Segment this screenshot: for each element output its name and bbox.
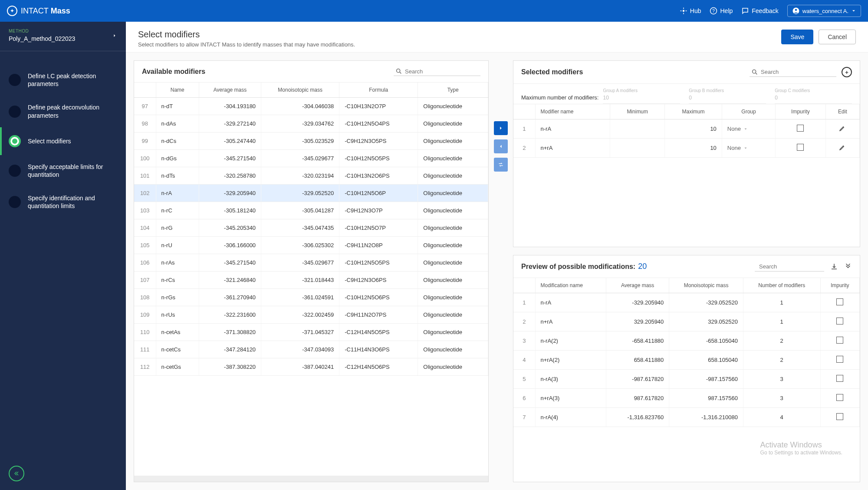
brand-text-bold: Mass: [51, 7, 70, 15]
available-row[interactable]: 112n-cetGs-387.308220-387.040241-C12H14N…: [134, 358, 488, 376]
group-dropdown[interactable]: None: [727, 126, 770, 132]
add-modifier-button[interactable]: +: [842, 67, 852, 77]
method-header[interactable]: METHOD Poly_A_method_022023: [0, 22, 126, 51]
selected-modifiers-panel: Selected modifiers + Maximum number of m…: [513, 60, 860, 247]
chevron-down-icon: [743, 127, 748, 131]
available-row[interactable]: 111n-cetCs-347.284120-347.034093-C11H14N…: [134, 341, 488, 358]
impurity-checkbox[interactable]: [836, 394, 843, 401]
preview-row: 6n+rA(3)987.617820987.1575603: [513, 389, 860, 408]
available-row[interactable]: 107n-rCs-321.246840-321.018443-C9H12N3O6…: [134, 271, 488, 289]
selected-search[interactable]: [750, 68, 836, 77]
group-max-field[interactable]: Group C modifiers0: [775, 88, 852, 104]
chevron-down-icon: [851, 8, 856, 13]
sidebar-step[interactable]: Define peak deconvolution parameters: [0, 96, 126, 127]
user-icon: [792, 7, 800, 15]
impurity-checkbox[interactable]: [836, 413, 843, 420]
group-dropdown[interactable]: None: [727, 145, 770, 151]
impurity-checkbox[interactable]: [836, 318, 843, 324]
available-title: Available modifiers: [142, 68, 205, 76]
edit-icon[interactable]: [839, 125, 846, 132]
selected-row[interactable]: 1n-rA10None: [513, 119, 860, 139]
step-indicator-icon: [9, 165, 21, 177]
available-row[interactable]: 108n-rGs-361.270940-361.024591-C10H12N5O…: [134, 289, 488, 306]
svg-point-6: [753, 70, 756, 73]
step-label: Specify acceptable limits for quantitati…: [28, 163, 117, 179]
selected-search-input[interactable]: [761, 69, 835, 75]
sidebar-step[interactable]: Specify acceptable limits for quantitati…: [0, 155, 126, 186]
impurity-checkbox[interactable]: [836, 337, 843, 344]
sidebar-step[interactable]: Select modifiers: [0, 127, 126, 155]
available-row[interactable]: 104n-rG-345.205340-345.047435-C10H12N5O7…: [134, 219, 488, 237]
svg-point-5: [397, 69, 400, 73]
max-modifiers-label: Maximum number of modifiers:: [521, 88, 598, 101]
chevron-right-icon: [498, 125, 504, 131]
feedback-link[interactable]: Feedback: [741, 7, 778, 15]
available-row[interactable]: 99n-dCs-305.247440-305.023529-C9H12N3O5P…: [134, 132, 488, 150]
preview-search-input[interactable]: [759, 263, 832, 270]
h-scrollbar[interactable]: [134, 476, 488, 482]
move-left-button[interactable]: [494, 139, 508, 153]
available-search-input[interactable]: [405, 68, 479, 75]
preview-search[interactable]: [755, 262, 824, 271]
impurity-checkbox[interactable]: [836, 375, 843, 382]
available-row[interactable]: 100n-dGs-345.271540-345.029677-C10H12N5O…: [134, 150, 488, 167]
page-subtitle: Select modifiers to allow INTACT Mass to…: [138, 41, 355, 48]
download-icon[interactable]: [830, 263, 838, 271]
available-search[interactable]: [394, 67, 480, 76]
preview-title: Preview of possible modifications:: [521, 263, 635, 271]
available-modifiers-panel: Available modifiers Name Average mass: [134, 60, 489, 482]
move-right-button[interactable]: [494, 121, 508, 135]
preview-table: Modification name Average mass Monoisoto…: [513, 278, 860, 427]
selected-table: Modifier name Minimum Maximum Group Impu…: [513, 104, 860, 158]
chevron-left-icon: [498, 143, 504, 149]
preview-row: 1n-rA-329.205940-329.0525201: [513, 293, 860, 312]
brand-icon: ✦: [7, 6, 17, 16]
brand-text-light: INTACT: [21, 7, 49, 15]
cancel-button[interactable]: Cancel: [819, 30, 856, 44]
available-row[interactable]: 106n-rAs-345.271540-345.029677-C10H12N5O…: [134, 254, 488, 271]
available-row[interactable]: 101n-dTs-320.258780-320.023194-C10H13N2O…: [134, 167, 488, 185]
chat-icon: [741, 7, 749, 15]
impurity-checkbox[interactable]: [797, 144, 804, 151]
expand-icon[interactable]: [844, 263, 852, 271]
edit-icon[interactable]: [839, 144, 846, 151]
preview-row: 5n-rA(3)-987.617820-987.1575603: [513, 370, 860, 389]
chevron-down-icon: [743, 146, 748, 150]
available-row[interactable]: 103n-rC-305.181240-305.041287-C9H12N3O7P…: [134, 202, 488, 219]
sidebar-step[interactable]: Specify identification and quantitation …: [0, 186, 126, 218]
move-all-button[interactable]: [494, 158, 508, 172]
impurity-checkbox[interactable]: [836, 298, 843, 305]
swap-icon: [498, 162, 504, 168]
impurity-checkbox[interactable]: [797, 125, 804, 132]
available-row[interactable]: 102n-rA-329.205940-329.052520-C10H12N5O6…: [134, 185, 488, 202]
user-menu[interactable]: waters_connect A.: [787, 5, 861, 17]
preview-row: 2n+rA329.205940329.0525201: [513, 312, 860, 331]
help-link[interactable]: ? Help: [710, 7, 733, 15]
selected-row[interactable]: 2n+rA10None: [513, 139, 860, 158]
available-row[interactable]: 97n-dT-304.193180-304.046038-C10H13N2O7P…: [134, 98, 488, 115]
page-title: Select modifiers: [138, 30, 355, 40]
step-label: Specify identification and quantitation …: [28, 194, 117, 210]
method-label: METHOD: [9, 29, 75, 33]
sidebar-step[interactable]: Define LC peak detection parameters: [0, 64, 126, 96]
help-icon: ?: [710, 7, 717, 15]
sidebar-collapse-button[interactable]: [9, 466, 24, 481]
sidebar: METHOD Poly_A_method_022023 Define LC pe…: [0, 22, 126, 490]
available-row[interactable]: 110n-cetAs-371.308820-371.045327-C12H14N…: [134, 324, 488, 341]
group-max-field[interactable]: Group A modifiers10: [603, 88, 680, 104]
available-row[interactable]: 105n-rU-306.166000-306.025302-C9H11N2O8P…: [134, 237, 488, 254]
save-button[interactable]: Save: [781, 30, 813, 44]
preview-count: 20: [638, 262, 647, 271]
hub-link[interactable]: Hub: [680, 7, 701, 15]
available-row[interactable]: 109n-rUs-322.231600-322.002459-C9H11N2O7…: [134, 306, 488, 324]
svg-point-4: [795, 9, 797, 11]
step-indicator-icon: [9, 106, 21, 118]
search-icon: [751, 69, 758, 76]
search-icon: [395, 68, 402, 75]
available-row[interactable]: 98n-dAs-329.272140-329.034762-C10H12N5O4…: [134, 115, 488, 132]
step-label: Define LC peak detection parameters: [28, 72, 117, 88]
selected-title: Selected modifiers: [521, 68, 583, 76]
step-indicator-icon: [9, 196, 21, 208]
group-max-field[interactable]: Group B modifiers0: [689, 88, 766, 104]
impurity-checkbox[interactable]: [836, 356, 843, 363]
